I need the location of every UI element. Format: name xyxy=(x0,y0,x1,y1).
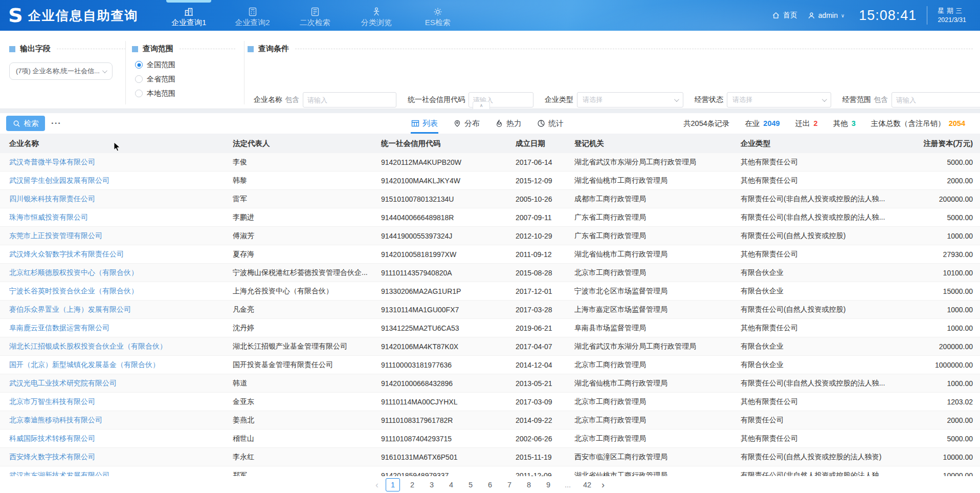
business-scope-input[interactable] xyxy=(892,92,980,108)
dashed-line xyxy=(180,49,235,49)
company-name-link[interactable]: 湖北长江招银成长股权投资合伙企业（有限合伙） xyxy=(0,342,233,351)
pagination-page-2[interactable]: 2 xyxy=(405,478,419,491)
cell-capital: 1000.00 xyxy=(909,306,980,314)
select-placeholder: 请选择 xyxy=(583,95,674,104)
logo-icon: S xyxy=(8,6,23,25)
table-row: 武汉光电工业技术研究院有限公司韩道9142010006684328962013-… xyxy=(0,374,980,393)
nav-item-es-search[interactable]: ES检索 xyxy=(421,0,454,31)
cell-legal-rep: 姜燕北 xyxy=(233,416,381,425)
cell-capital: 2000.00 xyxy=(909,416,980,424)
company-name-link[interactable]: 珠海市恒威投资有限公司 xyxy=(0,213,233,222)
radio-province[interactable]: 全省范围 xyxy=(135,74,175,84)
nav-item-category-browse[interactable]: 分类浏览 xyxy=(360,0,393,31)
nav-item-query2[interactable]: 企业查询2 xyxy=(235,0,270,31)
company-name-link[interactable]: 武汉留学生创业园发展有限公司 xyxy=(0,176,233,185)
cell-est-date: 2017-12-01 xyxy=(516,287,574,295)
business-status-label: 经营状态 xyxy=(695,95,723,104)
cell-company-type: 有限责任公司(非自然人投资或控股的法人独... xyxy=(741,195,909,204)
pagination-page-1[interactable]: 1 xyxy=(386,478,400,491)
cell-legal-rep: 李鹏进 xyxy=(233,213,381,222)
pagination-prev-button[interactable]: ‹ xyxy=(373,480,381,489)
company-name-input[interactable] xyxy=(303,92,396,108)
pagination-page-7[interactable]: 7 xyxy=(502,478,517,491)
cell-legal-rep: 国开投资基金管理有限责任公司 xyxy=(233,360,381,370)
contains-label: 包含 xyxy=(874,95,888,104)
radio-label: 全省范围 xyxy=(147,75,175,84)
company-name-link[interactable]: 东莞市上正投资管理有限公司 xyxy=(0,231,233,241)
home-button[interactable]: 首页 xyxy=(772,11,797,20)
cell-est-date: 2014-12-04 xyxy=(516,361,574,369)
tab-statistics[interactable]: 统计 xyxy=(537,113,564,134)
cell-registry: 湖北省仙桃市工商行政管理局 xyxy=(574,176,741,185)
cell-capital: 5000.00 xyxy=(909,158,980,166)
company-name-link[interactable]: 四川银米科技有限责任公司 xyxy=(0,195,233,204)
app-header: S 企业信息自助查询 企业查询1 企业查询2 二次检索 分类浏览 xyxy=(0,0,980,31)
cell-registry: 北京市工商行政管理局 xyxy=(574,360,741,370)
section-bullet-icon xyxy=(248,46,254,52)
table-row: 武汉烽火众智数字技术有限责任公司夏存海9142010058181997XW201… xyxy=(0,245,980,264)
collapse-filter-toggle[interactable]: ∧ xyxy=(473,101,490,109)
company-name-link[interactable]: 武汉光电工业技术研究院有限公司 xyxy=(0,379,233,388)
company-name-link[interactable]: 武汉烽火众智数字技术有限责任公司 xyxy=(0,250,233,259)
tab-heatmap[interactable]: 热力 xyxy=(495,113,522,134)
more-actions-button[interactable]: ··· xyxy=(51,116,61,131)
pagination-page-3[interactable]: 3 xyxy=(425,478,439,491)
search-button[interactable]: 检索 xyxy=(6,116,45,131)
cell-company-type: 其他有限责任公司 xyxy=(741,158,909,167)
table-row: 四川银米科技有限责任公司雷军91510100780132134U2005-10-… xyxy=(0,190,980,208)
company-name-link[interactable]: 阜南鹿云亚信数据运营有限公司 xyxy=(0,324,233,333)
cell-registry: 北京市工商行政管理局 xyxy=(574,434,741,443)
output-fields-select[interactable]: (7项) 企业名称,统一社会信... xyxy=(9,62,113,80)
business-scope-label: 经营范围 xyxy=(842,95,871,104)
company-name-link[interactable]: 北京红杉顺德股权投资中心（有限合伙） xyxy=(0,268,233,277)
cell-credit-code: 91420100MA4KLJKY4W xyxy=(381,177,516,185)
radio-nationwide[interactable]: 全国范围 xyxy=(135,59,175,70)
cell-company-type: 有限责任公司 xyxy=(741,416,909,425)
more-icon: ··· xyxy=(51,118,61,128)
company-name-link[interactable]: 科威国际技术转移有限公司 xyxy=(0,434,233,443)
cell-capital: 10000.00 xyxy=(909,453,980,461)
dashed-line xyxy=(57,49,126,49)
cell-company-type: 有限责任公司(非自然人投资或控股的法人独... xyxy=(741,379,909,388)
pagination-page-9[interactable]: 9 xyxy=(541,478,555,491)
company-type-select[interactable]: 请选择 xyxy=(577,92,683,108)
cell-legal-rep: 稽世山 xyxy=(233,434,381,443)
pagination-page-5[interactable]: 5 xyxy=(463,478,478,491)
col-header-registry: 登记机关 xyxy=(574,139,741,148)
logo: S 企业信息自助查询 xyxy=(8,0,139,31)
tab-label: 统计 xyxy=(548,119,564,128)
home-label: 首页 xyxy=(783,11,797,20)
company-name-link[interactable]: 西安烽火数字技术有限公司 xyxy=(0,453,233,462)
cell-registry: 北京市工商行政管理局 xyxy=(574,397,741,406)
tab-list[interactable]: 列表 xyxy=(411,113,438,134)
building-icon xyxy=(184,6,194,17)
result-stats: 共2054条记录 在业 2049 迁出 2 其他 3 主体总数（含注吊销） 20… xyxy=(683,113,965,134)
company-name-link[interactable]: 宁波长谷英时投资合伙企业（有限合伙） xyxy=(0,287,233,296)
business-status-select[interactable]: 请选择 xyxy=(727,92,831,108)
cell-credit-code: 9142010058181997XW xyxy=(381,250,516,259)
company-name-link[interactable]: 北京市万智生科技有限公司 xyxy=(0,397,233,406)
cell-credit-code: 91110114357940820A xyxy=(381,269,516,277)
cell-est-date: 2019-06-21 xyxy=(516,324,574,332)
company-name-link[interactable]: 赛伯乐众界置业（上海）发展有限公司 xyxy=(0,305,233,314)
nav-item-secondary-search[interactable]: 二次检索 xyxy=(299,0,331,31)
user-menu[interactable]: admin ∨ xyxy=(808,11,844,19)
pagination-page-4[interactable]: 4 xyxy=(444,478,458,491)
cell-company-type: 其他有限责任公司 xyxy=(741,176,909,185)
cell-capital: 1000.00 xyxy=(909,324,980,332)
pagination-page-6[interactable]: 6 xyxy=(483,478,497,491)
company-name-link[interactable]: 国开（北京）新型城镇化发展基金（有限合伙） xyxy=(0,360,233,370)
pagination-page-8[interactable]: 8 xyxy=(522,478,536,491)
pagination-page-42[interactable]: 42 xyxy=(580,478,594,491)
home-icon xyxy=(772,11,780,19)
radio-local[interactable]: 本地范围 xyxy=(135,88,175,99)
pagination-next-button[interactable]: › xyxy=(599,480,607,489)
company-name-link[interactable]: 武汉奇普微半导体有限公司 xyxy=(0,158,233,167)
company-name-link[interactable]: 北京泰迪熊移动科技有限公司 xyxy=(0,416,233,425)
cell-legal-rep: 金亚东 xyxy=(233,397,381,406)
results-toolbar: 检索 ··· 列表 分布 热力 统计 xyxy=(0,113,980,134)
cell-credit-code: 91440400666489818R xyxy=(381,213,516,222)
nav-item-query1[interactable]: 企业查询1 xyxy=(171,0,206,31)
tab-distribution[interactable]: 分布 xyxy=(453,113,480,134)
conditions-row-1: 企业名称 包含 统一社会信用代码 企业类型 请选择 经营状态 请选择 经营范围 … xyxy=(254,92,980,108)
